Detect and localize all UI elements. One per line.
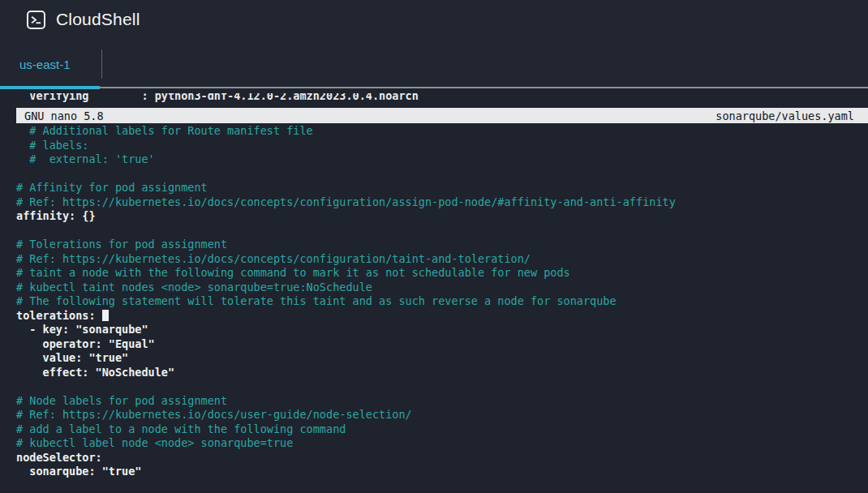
editor-line: # Affinity for pod assignment (16, 181, 868, 195)
editor-line: # Ref: https://kubernetes.io/docs/concep… (16, 252, 868, 267)
editor-line: value: "true" (16, 351, 868, 366)
editor-line: # Additional labels for Route manifest f… (16, 124, 868, 139)
editor-line (16, 167, 868, 182)
editor-line: # external: 'true' (16, 152, 868, 167)
editor-line: # Ref: https://kubernetes.io/docs/user-g… (16, 408, 868, 422)
editor-line (16, 224, 868, 238)
nano-version: GNU nano 5.8 (24, 109, 104, 122)
editor-line (16, 379, 868, 394)
editor-line: operator: "Equal" (16, 337, 868, 352)
dnf-verifying-line: Verifying : python3-dnf-4.12.0-2.amzn202… (16, 93, 419, 104)
editor-line: effect: "NoSchedule" (16, 366, 868, 380)
app-header: CloudShell (0, 0, 868, 39)
nano-titlebar: GNU nano 5.8 sonarqube/values.yaml (16, 108, 868, 123)
editor-line: # labels: (16, 139, 868, 153)
editor-line: # Node labels for pod assignment (16, 394, 868, 409)
scrollback-clipped-row: Verifying : python3-dnf-4.12.0-2.amzn202… (16, 93, 868, 108)
tab-us-east-1[interactable]: us-east-1 (0, 39, 87, 89)
editor-line: - key: "sonarqube" (16, 323, 868, 337)
tab-strip-border (100, 87, 868, 88)
text-cursor (102, 310, 109, 321)
editor-line: nodeSelector: (16, 451, 868, 465)
editor-line: # Tolerations for pod assignment (16, 238, 868, 252)
tab-label: us-east-1 (19, 58, 71, 71)
editor-line: tolerations: (16, 309, 868, 324)
editor-line: affinity: {} (16, 209, 868, 224)
editor-line: # The following statement will tolerate … (16, 294, 868, 309)
tab-strip: us-east-1 (0, 39, 868, 89)
editor-line: # add a label to a node with the followi… (16, 422, 868, 437)
editor-line: # Ref: https://kubernetes.io/docs/concep… (16, 195, 868, 210)
terminal[interactable]: Verifying : python3-dnf-4.12.0-2.amzn202… (0, 89, 868, 493)
editor-line: # kubectl taint nodes <node> sonarqube=t… (16, 281, 868, 295)
editor-line: # taint a node with the following comman… (16, 266, 868, 281)
editor-lines: # Additional labels for Route manifest f… (0, 123, 868, 479)
tab-divider (101, 49, 102, 79)
cloudshell-terminal-icon (27, 11, 45, 29)
page-title: CloudShell (56, 10, 140, 29)
active-tab-underline (0, 86, 100, 89)
editor-line: # kubectl label node <node> sonarqube=tr… (16, 436, 868, 451)
nano-filename: sonarqube/values.yaml (715, 109, 854, 122)
editor-line: sonarqube: "true" (16, 465, 868, 479)
